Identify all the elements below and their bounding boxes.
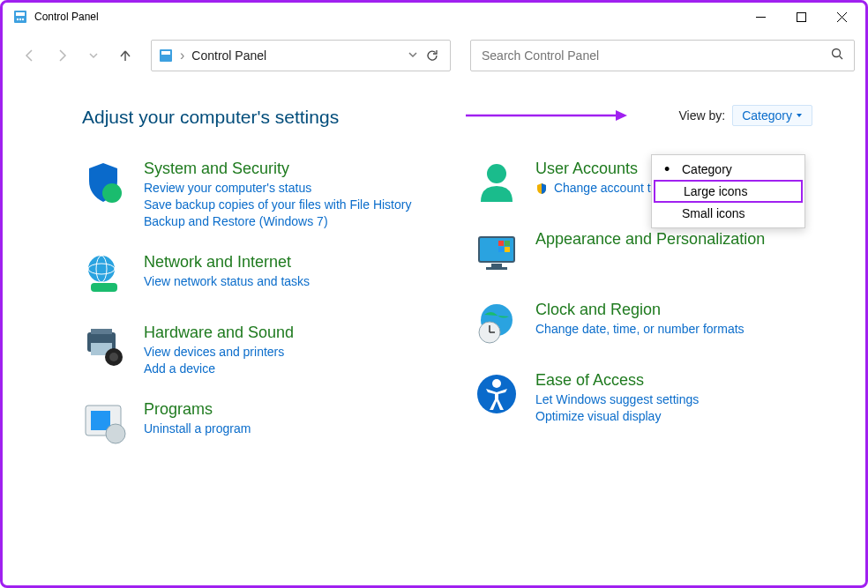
accessibility-icon [474, 371, 520, 417]
svg-point-11 [833, 49, 841, 57]
svg-rect-25 [91, 411, 110, 430]
forward-button[interactable] [54, 48, 70, 63]
search-icon[interactable] [831, 48, 843, 63]
menu-item-small-icons[interactable]: Small icons [652, 203, 804, 224]
category-link[interactable]: View network status and tasks [144, 274, 310, 288]
clock-globe-icon [474, 301, 520, 346]
svg-rect-33 [505, 241, 510, 246]
svg-point-14 [102, 183, 122, 203]
user-icon [474, 160, 520, 205]
svg-rect-18 [91, 283, 117, 292]
minimize-button[interactable] [740, 3, 781, 31]
control-panel-icon [13, 10, 27, 24]
svg-point-2 [17, 19, 19, 20]
svg-rect-10 [161, 51, 170, 55]
category-clock-region: Clock and Region Change date, time, or n… [474, 301, 821, 346]
category-title[interactable]: Network and Internet [144, 253, 310, 272]
dropdown-caret-icon [796, 112, 803, 119]
category-link[interactable]: Uninstall a program [144, 421, 251, 435]
control-panel-small-icon [159, 48, 173, 63]
category-title[interactable]: Appearance and Personalization [535, 230, 765, 249]
breadcrumb-text[interactable]: Control Panel [191, 48, 400, 63]
svg-rect-30 [491, 264, 502, 267]
menu-item-category[interactable]: Category [652, 159, 804, 180]
category-title[interactable]: Clock and Region [535, 301, 745, 319]
svg-point-4 [22, 19, 24, 20]
up-button[interactable] [117, 48, 133, 63]
svg-rect-35 [505, 247, 510, 252]
printer-icon [82, 324, 128, 369]
address-dropdown-icon[interactable] [408, 48, 418, 63]
svg-point-15 [88, 256, 115, 282]
toolbar: › Control Panel [3, 31, 865, 80]
svg-point-23 [109, 353, 118, 361]
svg-line-12 [840, 56, 843, 60]
category-network-internet: Network and Internet View network status… [82, 253, 430, 299]
search-input[interactable] [482, 48, 831, 63]
svg-point-26 [106, 424, 125, 443]
refresh-button[interactable] [425, 48, 443, 63]
svg-rect-1 [16, 12, 25, 16]
recent-dropdown-icon[interactable] [86, 48, 101, 63]
search-bar[interactable] [470, 40, 855, 71]
menu-item-large-icons[interactable]: Large icons [654, 180, 803, 203]
viewby-menu: Category Large icons Small icons [651, 154, 805, 228]
viewby-dropdown[interactable]: Category [732, 105, 812, 126]
close-button[interactable] [821, 3, 862, 31]
address-bar[interactable]: › Control Panel [151, 40, 451, 71]
globe-icon [82, 253, 128, 299]
left-column: System and Security Review your computer… [82, 160, 430, 446]
svg-point-27 [487, 164, 506, 183]
viewby-label: View by: [679, 108, 726, 123]
category-link[interactable]: Optimize visual display [535, 409, 699, 423]
category-title[interactable]: Ease of Access [535, 371, 699, 390]
category-link[interactable]: Change date, time, or number formats [535, 322, 745, 336]
category-title[interactable]: System and Security [144, 160, 411, 178]
svg-rect-20 [91, 329, 112, 334]
category-link[interactable]: Review your computer's status [144, 181, 411, 195]
svg-point-41 [492, 379, 501, 388]
back-button[interactable] [22, 48, 38, 63]
programs-icon [82, 400, 128, 446]
category-ease-of-access: Ease of Access Let Windows suggest setti… [474, 371, 821, 423]
category-title[interactable]: Hardware and Sound [144, 324, 294, 342]
category-programs: Programs Uninstall a program [82, 400, 430, 446]
category-link[interactable]: Save backup copies of your files with Fi… [144, 197, 411, 212]
monitor-icon [474, 230, 520, 276]
svg-rect-34 [498, 247, 504, 252]
titlebar: Control Panel [3, 3, 865, 31]
category-link[interactable]: Let Windows suggest settings [535, 392, 699, 406]
category-hardware-sound: Hardware and Sound View devices and prin… [82, 324, 430, 376]
window-title: Control Panel [34, 11, 740, 23]
viewby-value: Category [742, 108, 792, 123]
category-appearance-personalization: Appearance and Personalization [474, 230, 821, 276]
annotation-arrow-icon [461, 107, 629, 124]
category-link[interactable]: View devices and printers [144, 345, 294, 359]
uac-shield-icon [535, 182, 548, 195]
breadcrumb-chevron-icon: › [180, 48, 184, 63]
content-area: Adjust your computer's settings View by:… [3, 80, 865, 464]
category-link[interactable]: Add a device [144, 361, 294, 376]
category-title[interactable]: Programs [144, 400, 251, 419]
svg-point-3 [19, 19, 21, 20]
svg-rect-32 [498, 241, 504, 246]
svg-rect-31 [486, 267, 507, 270]
category-system-security: System and Security Review your computer… [82, 160, 430, 228]
category-link[interactable]: Backup and Restore (Windows 7) [144, 214, 411, 228]
maximize-button[interactable] [781, 3, 821, 31]
shield-icon [82, 160, 128, 205]
svg-rect-6 [797, 12, 805, 21]
